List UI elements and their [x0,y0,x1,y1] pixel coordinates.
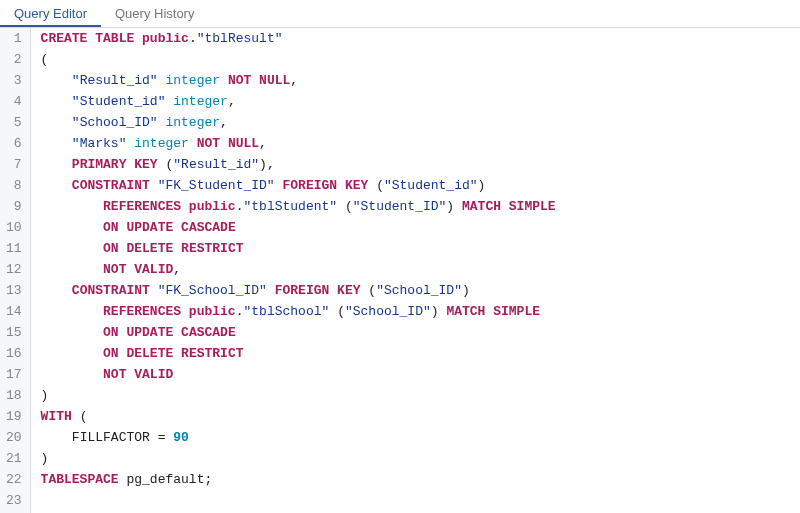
tab-query-history[interactable]: Query History [101,0,208,27]
code-line[interactable]: CONSTRAINT "FK_School_ID" FOREIGN KEY ("… [41,280,800,301]
line-number: 19 [6,406,22,427]
code-line[interactable]: "Marks" integer NOT NULL, [41,133,800,154]
line-number: 13 [6,280,22,301]
line-number: 5 [6,112,22,133]
code-line[interactable]: PRIMARY KEY ("Result_id"), [41,154,800,175]
line-number: 10 [6,217,22,238]
line-number: 20 [6,427,22,448]
code-line[interactable]: NOT VALID, [41,259,800,280]
code-line[interactable]: ( [41,49,800,70]
line-number: 2 [6,49,22,70]
code-line[interactable]: "Student_id" integer, [41,91,800,112]
line-number: 9 [6,196,22,217]
line-number: 22 [6,469,22,490]
code-line[interactable] [41,490,800,511]
line-number: 14 [6,301,22,322]
code-line[interactable]: REFERENCES public."tblSchool" ("School_I… [41,301,800,322]
code-line[interactable]: ) [41,448,800,469]
code-line[interactable]: ON DELETE RESTRICT [41,343,800,364]
line-number: 18 [6,385,22,406]
line-number: 15 [6,322,22,343]
code-line[interactable]: "School_ID" integer, [41,112,800,133]
line-number: 16 [6,343,22,364]
sql-editor: 1234567891011121314151617181920212223 CR… [0,28,800,513]
line-number: 12 [6,259,22,280]
code-line[interactable]: NOT VALID [41,364,800,385]
code-line[interactable]: ON DELETE RESTRICT [41,238,800,259]
code-line[interactable]: "Result_id" integer NOT NULL, [41,70,800,91]
line-number: 6 [6,133,22,154]
line-number: 1 [6,28,22,49]
code-line[interactable]: CREATE TABLE public."tblResult" [41,28,800,49]
code-line[interactable]: ON UPDATE CASCADE [41,322,800,343]
code-area[interactable]: CREATE TABLE public."tblResult"( "Result… [31,28,800,513]
line-number: 8 [6,175,22,196]
code-line[interactable]: TABLESPACE pg_default; [41,469,800,490]
tab-bar: Query Editor Query History [0,0,800,28]
code-line[interactable]: REFERENCES public."tblStudent" ("Student… [41,196,800,217]
line-number: 11 [6,238,22,259]
line-number: 3 [6,70,22,91]
line-number: 7 [6,154,22,175]
tab-query-editor[interactable]: Query Editor [0,0,101,27]
line-number-gutter: 1234567891011121314151617181920212223 [0,28,31,513]
line-number: 23 [6,490,22,511]
code-line[interactable]: WITH ( [41,406,800,427]
code-line[interactable]: ) [41,385,800,406]
code-line[interactable]: ON UPDATE CASCADE [41,217,800,238]
code-line[interactable]: FILLFACTOR = 90 [41,427,800,448]
code-line[interactable]: CONSTRAINT "FK_Student_ID" FOREIGN KEY (… [41,175,800,196]
line-number: 21 [6,448,22,469]
line-number: 17 [6,364,22,385]
line-number: 4 [6,91,22,112]
